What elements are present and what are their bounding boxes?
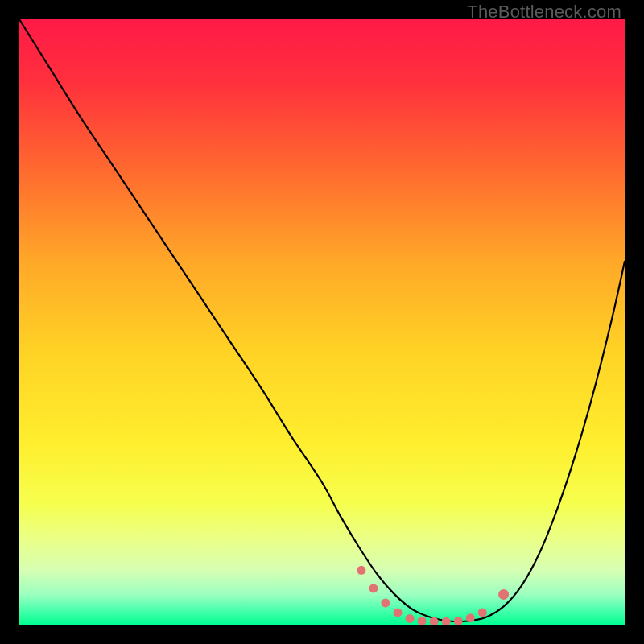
chart-frame: [19, 19, 625, 625]
marker-dot: [394, 608, 402, 617]
marker-dot: [442, 617, 451, 625]
bottom-marker-cluster: [357, 566, 509, 625]
marker-dot: [381, 598, 390, 607]
marker-dot: [498, 589, 509, 600]
chart-plot: [19, 19, 625, 625]
marker-dot: [418, 617, 427, 625]
marker-dot: [454, 617, 463, 625]
marker-dot: [466, 613, 475, 622]
marker-dot: [357, 566, 365, 575]
marker-dot: [406, 614, 415, 623]
marker-dot: [369, 584, 378, 592]
marker-dot: [478, 608, 487, 617]
bottleneck-curve: [19, 19, 625, 621]
